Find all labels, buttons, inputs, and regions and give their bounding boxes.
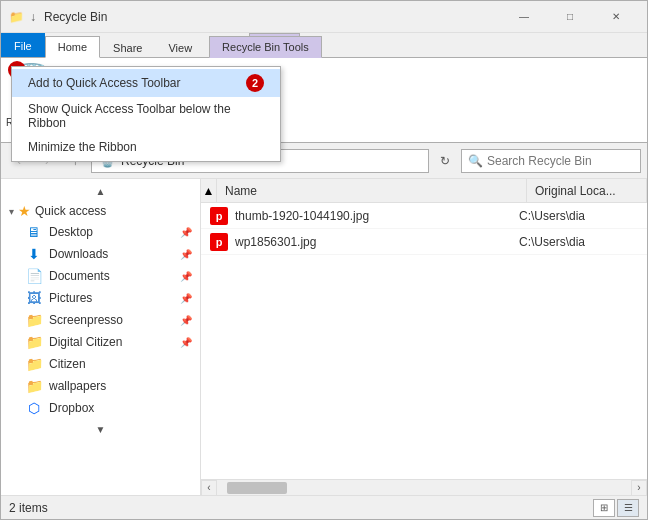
wallpapers-label: wallpapers xyxy=(49,379,106,393)
tab-share[interactable]: Share xyxy=(100,36,155,58)
show-below-label: Show Quick Access Toolbar below the Ribb… xyxy=(28,102,264,130)
add-to-quick-access-item[interactable]: Add to Quick Access Toolbar 2 xyxy=(12,69,280,97)
table-row[interactable]: p wp1856301.jpg C:\Users\dia xyxy=(201,229,647,255)
digital-citizen-label: Digital Citizen xyxy=(49,335,122,349)
quick-access-label: Quick access xyxy=(35,204,106,218)
minimize-ribbon-item[interactable]: Minimize the Ribbon xyxy=(12,135,280,159)
horizontal-scrollbar: ‹ › xyxy=(201,479,647,495)
quick-access-icon-1: 📁 xyxy=(9,10,24,24)
sidebar-item-digital-citizen[interactable]: 📁 Digital Citizen 📌 xyxy=(1,331,200,353)
documents-icon: 📄 xyxy=(25,268,43,284)
tab-home[interactable]: Home xyxy=(45,36,100,58)
window-title: Recycle Bin xyxy=(44,10,501,24)
table-row[interactable]: p thumb-1920-1044190.jpg C:\Users\dia xyxy=(201,203,647,229)
pin-icon-downloads: 📌 xyxy=(180,249,192,260)
sidebar: ▲ ▾ ★ Quick access 🖥 Desktop 📌 ⬇ Downlo xyxy=(1,179,201,495)
sidebar-item-screenpresso[interactable]: 📁 Screenpresso 📌 xyxy=(1,309,200,331)
file-name-2: wp1856301.jpg xyxy=(235,235,519,249)
context-menu: Add to Quick Access Toolbar 2 Show Quick… xyxy=(11,66,281,162)
sidebar-item-desktop[interactable]: 🖥 Desktop 📌 xyxy=(1,221,200,243)
sidebar-scroll-up[interactable]: ▲ xyxy=(1,183,200,199)
file-list: p thumb-1920-1044190.jpg C:\Users\dia p … xyxy=(201,203,647,479)
expand-icon: ▾ xyxy=(9,206,14,217)
scroll-thumb[interactable] xyxy=(227,482,287,494)
ribbon-tabs: File Home Share View Recycle Bin Tools xyxy=(1,33,647,57)
titlebar-icons: 📁 ↓ xyxy=(9,10,36,24)
tab-file[interactable]: File xyxy=(1,33,45,57)
downloads-label: Downloads xyxy=(49,247,108,261)
pictures-icon: 🖼 xyxy=(25,290,43,306)
statusbar: 2 items ⊞ ☰ xyxy=(1,495,647,519)
scroll-track[interactable] xyxy=(217,480,631,495)
ribbon: 🗑️ 1 EmptyRecycle Bin 📋 Recycle Binprope… xyxy=(1,58,647,143)
file-icon-1: p xyxy=(209,206,229,226)
pictures-label: Pictures xyxy=(49,291,92,305)
desktop-folder-icon: 🖥 xyxy=(25,224,43,240)
scroll-left-button[interactable]: ‹ xyxy=(201,480,217,496)
search-box[interactable]: 🔍 xyxy=(461,149,641,173)
view-buttons: ⊞ ☰ xyxy=(593,499,639,517)
desktop-label: Desktop xyxy=(49,225,93,239)
file-icon-2: p xyxy=(209,232,229,252)
sidebar-item-wallpapers[interactable]: 📁 wallpapers xyxy=(1,375,200,397)
paint-net-icon: p xyxy=(210,207,228,225)
sidebar-item-documents[interactable]: 📄 Documents 📌 xyxy=(1,265,200,287)
badge-2: 2 xyxy=(246,74,264,92)
pin-icon-desktop: 📌 xyxy=(180,227,192,238)
main-area: ▲ ▾ ★ Quick access 🖥 Desktop 📌 ⬇ Downlo xyxy=(1,179,647,495)
screenpresso-label: Screenpresso xyxy=(49,313,123,327)
window-controls: — □ ✕ xyxy=(501,1,639,33)
minimize-button[interactable]: — xyxy=(501,1,547,33)
grid-view-button[interactable]: ⊞ xyxy=(593,499,615,517)
search-icon: 🔍 xyxy=(468,154,483,168)
sidebar-item-pictures[interactable]: 🖼 Pictures 📌 xyxy=(1,287,200,309)
quick-access-icon-2: ↓ xyxy=(30,10,36,24)
documents-label: Documents xyxy=(49,269,110,283)
sidebar-item-dropbox[interactable]: ⬡ Dropbox xyxy=(1,397,200,419)
scroll-up-content[interactable]: ▲ xyxy=(201,179,217,202)
column-headers: ▲ Name Original Loca... xyxy=(201,179,647,203)
tab-manage[interactable]: Recycle Bin Tools xyxy=(209,36,322,58)
scroll-right-button[interactable]: › xyxy=(631,480,647,496)
star-icon: ★ xyxy=(18,203,31,219)
pin-icon-documents: 📌 xyxy=(180,271,192,282)
main-window: 📁 ↓ Recycle Bin — □ ✕ Manage File Home S… xyxy=(0,0,648,520)
minimize-ribbon-label: Minimize the Ribbon xyxy=(28,140,137,154)
citizen-label: Citizen xyxy=(49,357,86,371)
col-header-name[interactable]: Name xyxy=(217,179,527,202)
show-below-ribbon-item[interactable]: Show Quick Access Toolbar below the Ribb… xyxy=(12,97,280,135)
digital-citizen-icon: 📁 xyxy=(25,334,43,350)
paint-net-icon-2: p xyxy=(210,233,228,251)
col-header-location[interactable]: Original Loca... xyxy=(527,179,647,202)
screenpresso-icon: 📁 xyxy=(25,312,43,328)
sidebar-scroll-down[interactable]: ▼ xyxy=(1,421,200,437)
list-view-button[interactable]: ☰ xyxy=(617,499,639,517)
close-button[interactable]: ✕ xyxy=(593,1,639,33)
file-location-1: C:\Users\dia xyxy=(519,209,639,223)
dropbox-icon: ⬡ xyxy=(25,400,43,416)
downloads-icon: ⬇ xyxy=(25,246,43,262)
quick-access-header[interactable]: ▾ ★ Quick access xyxy=(1,201,200,221)
content-area: ▲ Name Original Loca... p thumb-1920-104… xyxy=(201,179,647,495)
wallpapers-icon: 📁 xyxy=(25,378,43,394)
refresh-button[interactable]: ↻ xyxy=(433,149,457,173)
tab-view[interactable]: View xyxy=(155,36,205,58)
citizen-icon: 📁 xyxy=(25,356,43,372)
titlebar: 📁 ↓ Recycle Bin — □ ✕ xyxy=(1,1,647,33)
sidebar-item-downloads[interactable]: ⬇ Downloads 📌 xyxy=(1,243,200,265)
pin-icon-digital-citizen: 📌 xyxy=(180,337,192,348)
dropbox-label: Dropbox xyxy=(49,401,94,415)
pin-icon-screenpresso: 📌 xyxy=(180,315,192,326)
add-quick-access-label: Add to Quick Access Toolbar xyxy=(28,76,242,90)
item-count: 2 items xyxy=(9,501,593,515)
file-location-2: C:\Users\dia xyxy=(519,235,639,249)
sidebar-item-citizen[interactable]: 📁 Citizen xyxy=(1,353,200,375)
file-name-1: thumb-1920-1044190.jpg xyxy=(235,209,519,223)
ribbon-content: 🗑️ 1 EmptyRecycle Bin 📋 Recycle Binprope… xyxy=(1,58,647,142)
pin-icon-pictures: 📌 xyxy=(180,293,192,304)
quick-access-section: ▾ ★ Quick access 🖥 Desktop 📌 ⬇ Downloads… xyxy=(1,199,200,421)
maximize-button[interactable]: □ xyxy=(547,1,593,33)
search-input[interactable] xyxy=(487,154,634,168)
